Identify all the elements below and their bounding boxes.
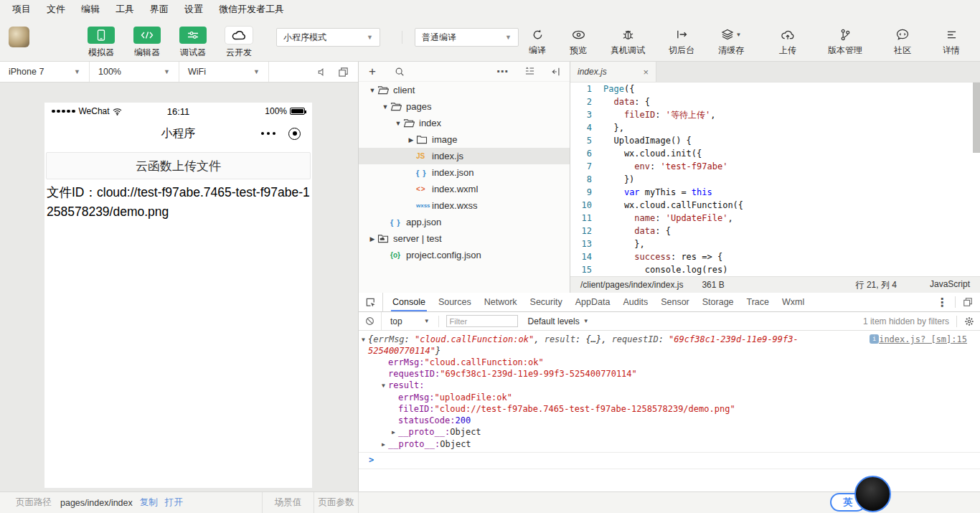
expand-arrow-icon[interactable]: ▶ <box>379 438 388 451</box>
tree-item-index.wxml[interactable]: <>index.wxml <box>359 181 570 197</box>
devtools-tab-security[interactable]: Security <box>530 293 562 311</box>
tree-item-server-test[interactable]: ▶server | test <box>359 230 570 247</box>
dock-window-icon[interactable] <box>963 297 973 307</box>
exit-capsule-icon[interactable] <box>288 128 301 140</box>
code-text: env: 'test-f97abe' <box>603 160 727 173</box>
compile-mode-select[interactable]: 普通编译 ▼ <box>415 28 519 47</box>
log-levels-select[interactable]: Default levels ▼ <box>525 316 592 326</box>
console-property-row[interactable]: ▶__proto__: Object <box>359 438 980 451</box>
console-prompt[interactable]: > <box>359 453 980 467</box>
folder-open-icon <box>377 85 393 95</box>
tree-item-app.json[interactable]: { }app.json <box>359 214 570 230</box>
tree-item-index[interactable]: ▼index <box>359 115 570 131</box>
action-cloud-upload-button[interactable]: 上传 <box>779 27 796 57</box>
devtools-tab-trace[interactable]: Trace <box>747 293 770 311</box>
zoom-select-value: 100% <box>98 67 121 77</box>
console-filter-input[interactable] <box>446 315 518 327</box>
toggle-sliders[interactable]: 调试器 <box>176 27 209 59</box>
console-property-row[interactable]: ▶__proto__: Object <box>359 426 980 438</box>
devtools-tab-network[interactable]: Network <box>484 293 517 311</box>
action-eye-button[interactable]: 预览 <box>570 27 587 57</box>
menu-item-4[interactable]: 工具 <box>108 0 142 19</box>
network-select[interactable]: WiFi▼ <box>179 62 269 82</box>
menu-item-6[interactable]: 设置 <box>176 0 211 19</box>
page-params-tab[interactable]: 页面参数 <box>314 492 359 513</box>
more-options-icon[interactable]: ⋯ <box>496 65 509 78</box>
action-details-button[interactable]: 详情 <box>943 27 960 57</box>
console-log-entry[interactable]: ▼{errMsg: "cloud.callFunction:ok", resul… <box>359 334 980 357</box>
tree-item-index.json[interactable]: { }index.json <box>359 164 570 181</box>
console-settings-gear-icon[interactable] <box>964 316 974 326</box>
collapse-arrow-icon[interactable]: ▼ <box>359 334 368 346</box>
devtools-tab-sources[interactable]: Sources <box>438 293 471 311</box>
tree-item-project.config.json[interactable]: {o}project.config.json <box>359 247 570 263</box>
console-property-row: requestID: "69cf38c1-239d-11e9-99f3-5254… <box>359 368 980 380</box>
tree-expand-arrow-icon[interactable]: ▶ <box>406 136 416 143</box>
tree-collapse-arrow-icon[interactable]: ▼ <box>380 103 390 110</box>
action-community-button[interactable]: 社区 <box>894 27 911 57</box>
tree-collapse-arrow-icon[interactable]: ▼ <box>393 120 403 127</box>
console-property-row: errMsg: "cloud.callFunction:ok" <box>359 357 980 368</box>
menu-item-3[interactable]: 编辑 <box>73 0 108 19</box>
search-icon[interactable] <box>395 67 405 77</box>
devtools-tab-console[interactable]: Console <box>392 293 425 311</box>
devtools-tab-appdata[interactable]: AppData <box>575 293 611 311</box>
tree-item-pages[interactable]: ▼pages <box>359 98 570 115</box>
scene-value-tab[interactable]: 场景值 <box>262 492 314 513</box>
menu-item-5[interactable]: 界面 <box>142 0 176 19</box>
tree-item-client[interactable]: ▼client <box>359 82 570 98</box>
editor-scrollbar[interactable] <box>973 83 980 153</box>
devtools-tab-audits[interactable]: Audits <box>623 293 648 311</box>
expand-arrow-icon[interactable]: ▶ <box>389 426 398 438</box>
inspect-element-icon[interactable] <box>359 293 383 311</box>
source-location-link[interactable]: index.js? [sm]:15 <box>879 334 980 345</box>
close-tab-icon[interactable]: × <box>643 67 649 77</box>
tree-item-image[interactable]: ▶image <box>359 131 570 148</box>
toggle-code[interactable]: 编辑器 <box>131 27 164 59</box>
action-background-button[interactable]: 切后台 <box>669 27 694 57</box>
devtools-tab-wxml[interactable]: Wxml <box>782 293 804 311</box>
menu-item-1[interactable]: 项目 <box>4 0 39 19</box>
action-refresh-button[interactable]: 编译 <box>529 27 546 57</box>
upload-file-button[interactable]: 云函数上传文件 <box>46 152 311 179</box>
sort-list-icon[interactable] <box>524 67 535 76</box>
floating-avatar-button[interactable] <box>854 476 891 512</box>
user-avatar[interactable] <box>9 27 29 47</box>
collapse-panel-icon[interactable] <box>551 67 561 77</box>
code-line-10: 10 wx.cloud.callFunction({ <box>570 199 980 212</box>
tree-expand-arrow-icon[interactable]: ▶ <box>367 235 377 243</box>
open-path-link[interactable]: 打开 <box>165 496 183 509</box>
console-property-row[interactable]: ▼result: <box>359 380 980 392</box>
add-file-icon[interactable]: + <box>369 65 376 79</box>
copy-path-link[interactable]: 复制 <box>140 496 158 509</box>
devtools-tab-storage[interactable]: Storage <box>702 293 734 311</box>
context-select[interactable]: top ▼ <box>382 316 438 326</box>
mute-icon[interactable] <box>312 64 331 80</box>
expand-arrow-icon[interactable]: ▼ <box>379 380 388 392</box>
action-layers-button[interactable]: ▼清缓存 <box>718 27 744 57</box>
code-area[interactable]: 1Page({2 data: {3 fileID: '等待上传',4 },5 U… <box>570 83 980 276</box>
devtools-tab-sensor[interactable]: Sensor <box>661 293 689 311</box>
tree-item-index.wxss[interactable]: wxssindex.wxss <box>359 197 570 214</box>
zoom-select[interactable]: 100%▼ <box>90 62 179 82</box>
action-bug-button[interactable]: 真机调试 <box>611 27 645 57</box>
spacer <box>389 403 398 404</box>
tree-item-index.js[interactable]: JSindex.js <box>359 148 570 164</box>
menu-item-2[interactable]: 文件 <box>39 0 73 19</box>
mode-select[interactable]: 小程序模式 ▼ <box>276 28 380 47</box>
kebab-menu-icon[interactable]: ⋮ <box>936 296 948 309</box>
toggle-cloud[interactable]: 云开发 <box>222 27 255 59</box>
detach-window-icon[interactable] <box>334 64 352 80</box>
tree-collapse-arrow-icon[interactable]: ▼ <box>367 87 377 94</box>
action-label: 编译 <box>529 44 546 57</box>
code-line-5: 5 UploadImage() { <box>570 134 980 147</box>
clear-console-icon[interactable] <box>359 312 382 330</box>
action-branch-button[interactable]: 版本管理 <box>828 27 862 57</box>
toggle-phone[interactable]: 模拟器 <box>85 27 118 59</box>
device-select[interactable]: iPhone 7▼ <box>0 62 90 82</box>
menu-item-7[interactable]: 微信开发者工具 <box>211 0 292 19</box>
divider <box>955 296 956 308</box>
tab-index-js[interactable]: index.js × <box>570 62 656 82</box>
more-menu-icon[interactable] <box>261 132 276 136</box>
compile-select-value: 普通编译 <box>422 32 456 44</box>
